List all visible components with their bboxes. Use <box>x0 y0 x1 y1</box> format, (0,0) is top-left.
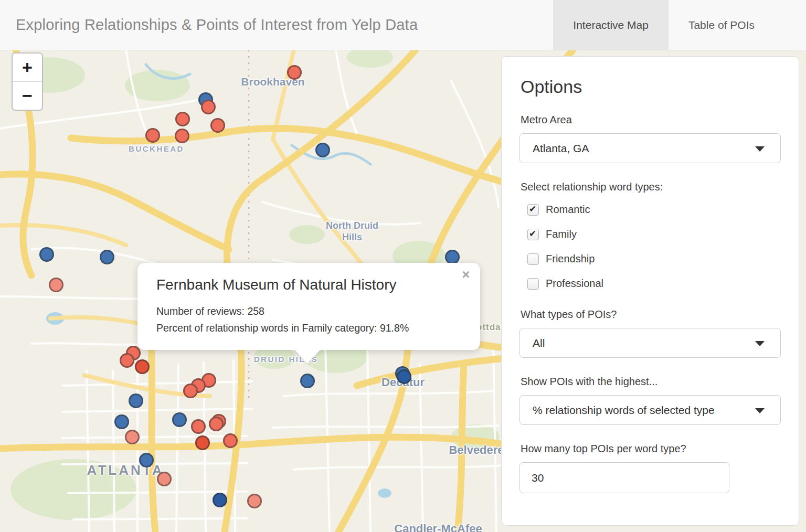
popup-percent-line: Percent of relationship words in Family … <box>156 320 461 336</box>
ranking-label: Show POIs with the highest... <box>521 376 781 388</box>
checkbox-icon[interactable] <box>527 204 539 216</box>
map-marker[interactable] <box>210 118 225 133</box>
ranking-value: % relationship words of selected type <box>533 404 715 417</box>
checkbox-family[interactable]: Family <box>521 228 781 240</box>
map-zoom-control: + − <box>12 52 43 111</box>
word-types-label: Select relationship word types: <box>521 181 781 193</box>
tab-bar: Interactive Map Table of POIs <box>553 0 775 50</box>
chevron-down-icon <box>755 146 765 152</box>
map-marker[interactable] <box>315 143 330 157</box>
map-marker[interactable] <box>157 472 172 486</box>
poi-types-label: What types of POIs? <box>521 308 781 321</box>
poi-types-select[interactable]: All <box>519 328 781 358</box>
options-panel: Options Metro Area Atlanta, GA Select re… <box>501 56 799 526</box>
navbar: Exploring Relationships & Points of Inte… <box>0 0 806 50</box>
chevron-down-icon <box>755 408 765 413</box>
map-popup: × Fernbank Museum of Natural History Num… <box>137 263 480 350</box>
map-marker[interactable] <box>183 384 198 398</box>
tab-table-of-pois[interactable]: Table of POIs <box>669 0 775 50</box>
map-marker[interactable] <box>120 353 134 368</box>
metro-area-select[interactable]: Atlanta, GA <box>519 133 781 163</box>
map-marker[interactable] <box>247 494 262 508</box>
checkbox-icon[interactable] <box>527 278 539 290</box>
checkbox-family-label: Family <box>546 228 577 240</box>
metro-area-label: Metro Area <box>521 114 781 126</box>
map-marker[interactable] <box>397 369 411 384</box>
checkbox-romantic[interactable]: Romantic <box>521 204 781 216</box>
zoom-out-button[interactable]: − <box>13 82 42 110</box>
chevron-down-icon <box>755 341 765 346</box>
map-marker[interactable] <box>39 247 54 262</box>
map-marker[interactable] <box>175 112 190 126</box>
map-marker[interactable] <box>287 65 302 80</box>
checkbox-friendship[interactable]: Friendship <box>521 253 781 265</box>
map-marker[interactable] <box>191 419 206 434</box>
checkbox-professional[interactable]: Professional <box>521 278 781 290</box>
poi-types-value: All <box>533 337 545 349</box>
checkbox-icon[interactable] <box>527 229 539 240</box>
checkbox-professional-label: Professional <box>546 278 603 290</box>
map-marker[interactable] <box>175 129 189 143</box>
map-marker[interactable] <box>49 278 63 292</box>
zoom-in-button[interactable]: + <box>13 54 42 82</box>
options-heading: Options <box>521 77 781 97</box>
map-marker[interactable] <box>213 493 227 507</box>
popup-reviews-line: Number of reviews: 258 <box>156 303 461 320</box>
map-marker[interactable] <box>114 414 129 429</box>
map-marker[interactable] <box>129 393 143 408</box>
map-marker[interactable] <box>300 374 315 388</box>
metro-area-value: Atlanta, GA <box>533 142 589 155</box>
top-count-label: How many top POIs per word type? <box>521 443 781 455</box>
map-marker[interactable] <box>145 128 160 143</box>
top-count-input[interactable] <box>519 462 729 493</box>
map-marker[interactable] <box>209 417 224 431</box>
checkbox-icon[interactable] <box>527 253 539 265</box>
checkbox-romantic-label: Romantic <box>546 204 590 216</box>
map-marker[interactable] <box>201 100 216 114</box>
app-title: Exploring Relationships & Points of Inte… <box>0 0 418 50</box>
map-marker[interactable] <box>135 359 150 374</box>
map-marker[interactable] <box>223 433 238 448</box>
popup-tail <box>294 349 321 364</box>
checkbox-friendship-label: Friendship <box>546 253 595 265</box>
map-marker[interactable] <box>125 430 140 444</box>
popup-title: Fernbank Museum of Natural History <box>156 276 461 293</box>
map-marker[interactable] <box>195 435 210 450</box>
popup-close-icon[interactable]: × <box>462 268 470 281</box>
map-marker[interactable] <box>172 412 187 427</box>
tab-interactive-map[interactable]: Interactive Map <box>553 0 669 50</box>
ranking-select[interactable]: % relationship words of selected type <box>519 395 781 425</box>
map-marker[interactable] <box>100 250 114 264</box>
map-marker[interactable] <box>445 250 460 264</box>
map-marker[interactable] <box>139 453 154 467</box>
